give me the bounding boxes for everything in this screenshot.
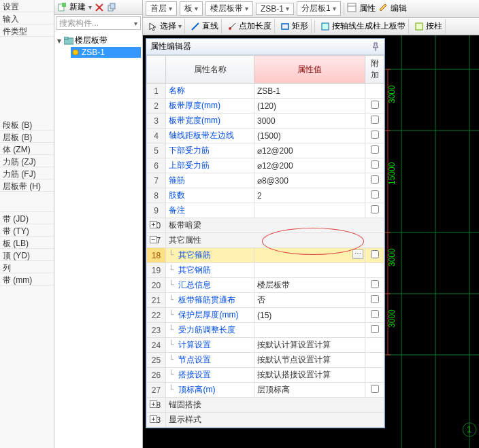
- edit-icon[interactable]: [378, 3, 388, 14]
- prop-value[interactable]: (120): [254, 99, 365, 114]
- ellipsis-button[interactable]: ⋯: [352, 249, 363, 259]
- extra-checkbox[interactable]: [371, 175, 379, 184]
- search-input[interactable]: 搜索构件... ▾: [56, 16, 141, 30]
- property-row[interactable]: 27 └ 顶标高(m) 层顶标高: [147, 383, 384, 398]
- prop-extra[interactable]: [365, 188, 384, 203]
- left-item[interactable]: 体 (ZM): [0, 143, 54, 155]
- prop-value[interactable]: ZSB-1: [254, 84, 365, 99]
- prop-extra[interactable]: [365, 99, 384, 114]
- property-row[interactable]: 25 └ 节点设置 按默认节点设置计算: [147, 353, 384, 368]
- property-row[interactable]: 3 板带宽度(mm) 3000: [147, 114, 384, 128]
- property-row[interactable]: 18 └ 其它箍筋 ⋯: [147, 248, 384, 263]
- prop-value[interactable]: 按默认节点设置计算: [254, 353, 365, 368]
- prop-value[interactable]: ⌀12@200: [254, 158, 365, 173]
- prop-value[interactable]: (1500): [254, 128, 365, 143]
- left-header-input[interactable]: 输入: [0, 12, 54, 24]
- delete-icon[interactable]: [95, 3, 104, 12]
- left-item[interactable]: 带 (JD): [0, 212, 54, 224]
- new-icon[interactable]: [57, 3, 67, 12]
- prop-value[interactable]: ⌀12@200: [254, 143, 365, 158]
- property-row[interactable]: 6 上部受力筋 ⌀12@200: [147, 158, 384, 173]
- left-item[interactable]: 层板带 (H): [0, 179, 54, 192]
- prop-value[interactable]: 否: [254, 293, 365, 308]
- collapse-icon[interactable]: −: [150, 236, 157, 243]
- property-row[interactable]: 24 └ 计算设置 按默认计算设置计算: [147, 338, 384, 353]
- expand-icon[interactable]: +: [150, 221, 157, 228]
- expand-icon[interactable]: +: [150, 400, 157, 408]
- prop-extra[interactable]: [365, 278, 384, 293]
- prop-value[interactable]: 2: [254, 188, 365, 203]
- extra-checkbox[interactable]: [371, 116, 379, 124]
- prop-extra[interactable]: [365, 293, 384, 308]
- tree-root[interactable]: ▾ 楼层板带: [56, 34, 141, 47]
- extra-checkbox[interactable]: [371, 325, 379, 333]
- property-row[interactable]: 22 └ 保护层厚度(mm) (15): [147, 308, 384, 323]
- property-row[interactable]: 5 下部受力筋 ⌀12@200: [147, 143, 384, 158]
- group-row[interactable]: +10 板带暗梁: [147, 218, 384, 233]
- prop-extra[interactable]: [365, 203, 384, 218]
- dropdown-icon[interactable]: ▾: [88, 3, 92, 11]
- category-selector[interactable]: 板▾: [180, 1, 203, 16]
- left-item[interactable]: 力筋 (FJ): [0, 167, 54, 179]
- property-row[interactable]: 2 板带厚度(mm) (120): [147, 99, 384, 114]
- prop-extra[interactable]: [365, 158, 384, 173]
- prop-extra[interactable]: [365, 383, 384, 398]
- property-row[interactable]: 20 └ 汇总信息 楼层板带: [147, 278, 384, 293]
- prop-value[interactable]: 按默认搭接设置计算: [254, 368, 365, 383]
- extra-checkbox[interactable]: [371, 160, 379, 169]
- axis2-tool[interactable]: 按柱: [412, 19, 446, 34]
- tree-collapse-icon[interactable]: ▾: [56, 36, 63, 46]
- extra-checkbox[interactable]: [371, 310, 379, 318]
- line-tool[interactable]: 直线: [188, 19, 222, 34]
- prop-value[interactable]: [254, 203, 365, 218]
- tree-child-selected[interactable]: ZSB-1: [71, 47, 141, 58]
- property-row[interactable]: 23 └ 受力筋调整长度: [147, 323, 384, 338]
- prop-value[interactable]: [254, 263, 365, 278]
- prop-value[interactable]: (15): [254, 308, 365, 323]
- prop-extra[interactable]: [365, 368, 384, 383]
- copy-icon[interactable]: [107, 3, 116, 12]
- rect-tool[interactable]: 矩形: [278, 19, 312, 34]
- group-row[interactable]: −17 其它属性: [147, 233, 384, 248]
- group-row[interactable]: +28 锚固搭接: [147, 398, 384, 413]
- extra-checkbox[interactable]: [371, 250, 379, 258]
- property-row[interactable]: 9 备注: [147, 203, 384, 218]
- prop-extra[interactable]: [365, 128, 384, 143]
- prop-extra[interactable]: [365, 308, 384, 323]
- left-item[interactable]: 板 (LB): [0, 237, 54, 249]
- prop-extra[interactable]: [365, 353, 384, 368]
- extra-checkbox[interactable]: [371, 280, 379, 288]
- extra-checkbox[interactable]: [371, 145, 379, 154]
- type-selector[interactable]: 楼层板带▾: [205, 1, 253, 16]
- property-row[interactable]: 19 └ 其它钢筋: [147, 263, 384, 278]
- group-row[interactable]: +43 显示样式: [147, 413, 384, 428]
- pin-icon[interactable]: [371, 42, 380, 52]
- property-row[interactable]: 1 名称 ZSB-1: [147, 84, 384, 99]
- layer-selector[interactable]: 分层板1▾: [297, 1, 341, 16]
- edit-button[interactable]: 编辑: [391, 3, 407, 14]
- property-row[interactable]: 7 箍筋 ⌀8@300: [147, 173, 384, 188]
- prop-value[interactable]: 按默认计算设置计算: [254, 338, 365, 353]
- extra-checkbox[interactable]: [371, 385, 379, 393]
- property-row[interactable]: 4 轴线距板带左边线 (1500): [147, 128, 384, 143]
- prop-value[interactable]: 楼层板带: [254, 278, 365, 293]
- prop-extra[interactable]: [365, 173, 384, 188]
- prop-extra[interactable]: [365, 248, 384, 263]
- left-item[interactable]: 段板 (B): [0, 118, 54, 131]
- properties-button[interactable]: 属性: [359, 3, 376, 14]
- prop-value[interactable]: ⋯: [254, 248, 365, 263]
- prop-value[interactable]: 层顶标高: [254, 383, 365, 398]
- left-header-settings[interactable]: 设置: [0, 0, 54, 12]
- left-item[interactable]: 顶 (YD): [0, 249, 54, 261]
- extra-checkbox[interactable]: [371, 205, 379, 213]
- prop-extra[interactable]: [365, 84, 384, 99]
- left-item[interactable]: 带 (TY): [0, 224, 54, 237]
- properties-icon[interactable]: [347, 3, 357, 14]
- prop-extra[interactable]: [365, 323, 384, 338]
- prop-value[interactable]: ⌀8@300: [254, 173, 365, 188]
- prop-extra[interactable]: [365, 338, 384, 353]
- pointlen-tool[interactable]: 点加长度: [225, 19, 275, 34]
- axis-gen-tool[interactable]: 按轴线生成柱上板带: [318, 19, 409, 34]
- property-editor-titlebar[interactable]: 属性编辑器: [146, 39, 384, 55]
- prop-value[interactable]: [254, 323, 365, 338]
